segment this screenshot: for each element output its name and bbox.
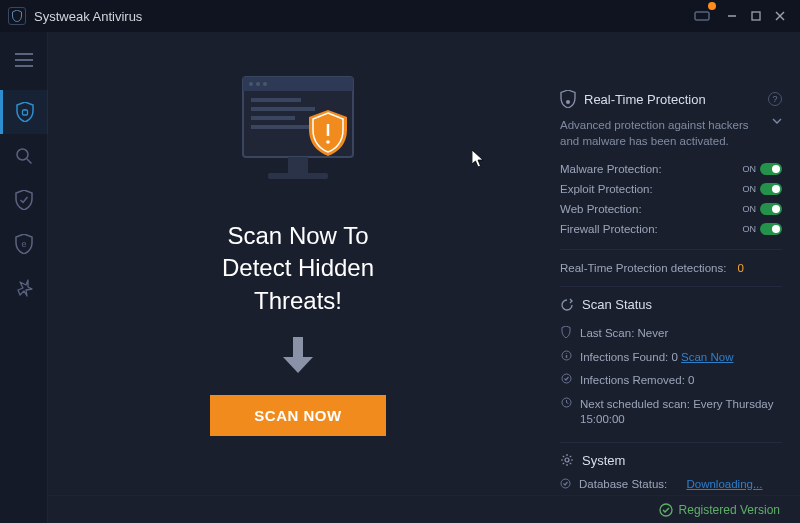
svg-rect-21 — [251, 125, 309, 129]
arrow-down-icon — [283, 337, 313, 373]
svg-text:e: e — [21, 239, 26, 249]
main-panel: Scan Now To Detect Hidden Threats! SCAN … — [48, 32, 548, 523]
malware-toggle[interactable] — [760, 163, 782, 175]
exploit-toggle[interactable] — [760, 183, 782, 195]
rtp-advanced-toggle[interactable]: Advanced protection against hackers and … — [560, 118, 782, 149]
help-icon[interactable]: ? — [768, 92, 782, 106]
info-icon — [560, 350, 572, 361]
protection-row: Firewall Protection:ON — [560, 219, 782, 239]
svg-point-10 — [17, 149, 28, 160]
web-toggle[interactable] — [760, 203, 782, 215]
mouse-cursor — [472, 150, 486, 168]
scan-status-title: Scan Status — [560, 297, 782, 312]
scan-now-button[interactable]: SCAN NOW — [210, 395, 385, 436]
svg-point-17 — [263, 82, 267, 86]
svg-rect-19 — [251, 107, 315, 111]
protection-row: Web Protection:ON — [560, 199, 782, 219]
minimize-button[interactable] — [720, 4, 744, 28]
next-scan-row: Next scheduled scan: Every Thursday 15:0… — [560, 393, 782, 432]
rtp-detections: Real-Time Protection detections: 0 — [560, 260, 782, 276]
svg-rect-20 — [251, 116, 295, 120]
monitor-illustration — [223, 72, 373, 202]
right-panel: Real-Time Protection ? Advanced protecti… — [548, 32, 800, 523]
sidebar-item-scan[interactable] — [0, 134, 48, 178]
svg-point-15 — [249, 82, 253, 86]
svg-point-25 — [326, 140, 330, 144]
last-scan-row: Last Scan: Never — [560, 322, 782, 346]
shield-icon — [560, 90, 576, 108]
svg-point-16 — [256, 82, 260, 86]
app-logo-icon — [8, 7, 26, 25]
close-button[interactable] — [768, 4, 792, 28]
svg-rect-22 — [288, 157, 308, 173]
svg-line-11 — [27, 159, 32, 164]
check-circle-icon — [659, 503, 673, 517]
gear-icon — [560, 453, 574, 467]
refresh-icon — [560, 298, 574, 312]
check-circle-icon — [560, 373, 572, 384]
database-status-row: Database Status: Downloading... — [560, 478, 782, 490]
scan-now-link[interactable]: Scan Now — [681, 351, 733, 363]
infections-found-row: Infections Found: 0 Scan Now — [560, 346, 782, 370]
svg-rect-8 — [23, 110, 28, 115]
shield-small-icon — [560, 326, 572, 338]
database-status-value[interactable]: Downloading... — [686, 478, 762, 490]
infections-removed-row: Infections Removed: 0 — [560, 369, 782, 393]
sidebar: e — [0, 32, 48, 523]
menu-button[interactable] — [0, 38, 48, 82]
version-label: Registered Version — [679, 503, 780, 517]
sidebar-item-home[interactable] — [0, 90, 48, 134]
svg-rect-23 — [268, 173, 328, 179]
protection-row: Exploit Protection:ON — [560, 179, 782, 199]
sidebar-item-protection[interactable] — [0, 178, 48, 222]
rtp-title: Real-Time Protection ? — [560, 90, 782, 108]
protection-row: Malware Protection:ON — [560, 159, 782, 179]
footer: Registered Version — [48, 495, 800, 523]
titlebar: Systweak Antivirus — [0, 0, 800, 32]
svg-rect-18 — [251, 98, 301, 102]
app-title: Systweak Antivirus — [34, 9, 142, 24]
firewall-toggle[interactable] — [760, 223, 782, 235]
upgrade-icon[interactable] — [690, 4, 714, 28]
headline: Scan Now To Detect Hidden Threats! — [222, 220, 374, 317]
system-title: System — [560, 453, 782, 468]
sidebar-item-quarantine[interactable]: e — [0, 222, 48, 266]
svg-point-33 — [565, 458, 569, 462]
headline-l1: Scan Now To — [222, 220, 374, 252]
headline-l3: Threats! — [222, 285, 374, 317]
svg-rect-0 — [695, 12, 709, 20]
svg-point-27 — [566, 100, 570, 104]
svg-rect-26 — [293, 337, 303, 357]
sidebar-item-tools[interactable] — [0, 266, 48, 310]
maximize-button[interactable] — [744, 4, 768, 28]
svg-rect-2 — [752, 12, 760, 20]
check-circle-icon — [560, 478, 571, 489]
chevron-down-icon — [772, 118, 782, 124]
headline-l2: Detect Hidden — [222, 252, 374, 284]
clock-icon — [560, 397, 572, 408]
